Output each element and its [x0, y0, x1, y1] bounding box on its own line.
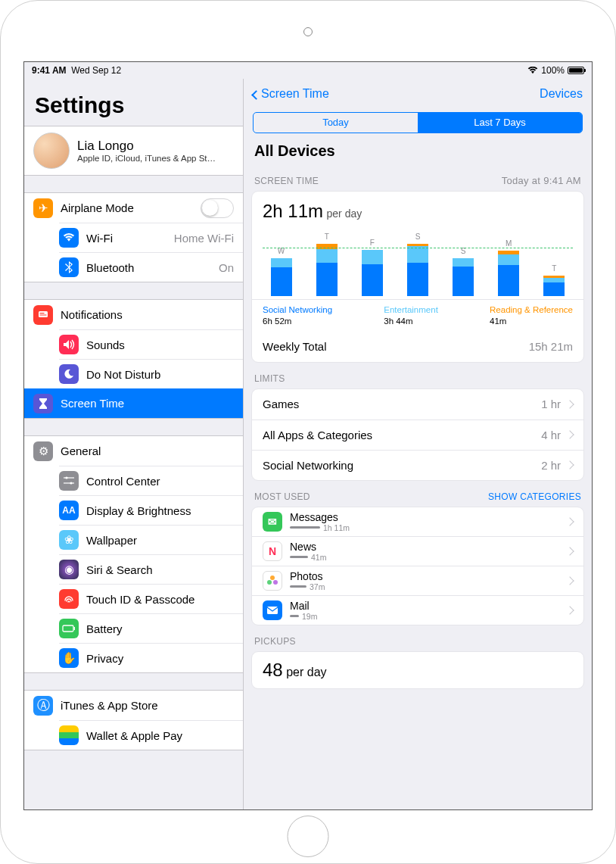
status-date: Wed Sep 12	[71, 65, 121, 76]
sidebar-item-battery[interactable]: Battery	[59, 613, 243, 643]
show-categories-button[interactable]: SHOW CATEGORIES	[488, 491, 581, 502]
tab-today[interactable]: Today	[254, 113, 418, 133]
chevron-right-icon	[565, 400, 574, 408]
limit-all-apps[interactable]: All Apps & Categories4 hr	[252, 420, 583, 450]
sidebar-item-privacy[interactable]: ✋ Privacy	[59, 643, 243, 672]
bluetooth-icon	[59, 257, 79, 277]
profile-row[interactable]: Lia Longo Apple ID, iCloud, iTunes & App…	[24, 126, 243, 176]
pickups-value: 48	[263, 660, 283, 680]
screen-time-label: SCREEN TIME	[254, 176, 319, 186]
svg-rect-7	[63, 625, 73, 632]
display-icon: AA	[59, 501, 79, 520]
svg-rect-1	[40, 313, 45, 313]
sidebar-item-wifi[interactable]: Wi-Fi Home Wi-Fi	[59, 223, 243, 252]
wifi-icon	[527, 67, 538, 74]
hand-icon: ✋	[59, 648, 79, 668]
wallet-icon	[59, 725, 79, 745]
most-used-news[interactable]: N News41m	[252, 536, 583, 566]
profile-name: Lia Longo	[77, 139, 216, 154]
chevron-right-icon	[565, 576, 574, 585]
settings-sidebar[interactable]: Settings Lia Longo Apple ID, iCloud, iTu…	[24, 79, 244, 809]
sidebar-item-sounds[interactable]: Sounds	[59, 329, 243, 359]
profile-sub: Apple ID, iCloud, iTunes & App St…	[77, 154, 216, 163]
status-bar: 9:41 AM Wed Sep 12 100%	[24, 62, 592, 79]
pickups-unit: per day	[286, 666, 326, 678]
siri-icon: ◉	[59, 560, 79, 579]
sidebar-item-touchid[interactable]: Touch ID & Passcode	[59, 584, 243, 613]
page-title: All Devices	[244, 139, 592, 164]
messages-icon: ✉	[263, 512, 282, 532]
sidebar-item-wallet[interactable]: Wallet & Apple Pay	[59, 720, 243, 750]
tab-last7days[interactable]: Last 7 Days	[418, 113, 582, 133]
svg-rect-4	[64, 477, 74, 478]
sidebar-item-notifications[interactable]: Notifications	[24, 300, 243, 329]
sidebar-item-display[interactable]: AA Display & Brightness	[59, 495, 243, 525]
most-used-messages[interactable]: ✉ Messages1h 11m	[252, 507, 583, 536]
chevron-right-icon	[565, 461, 574, 469]
news-icon: N	[263, 541, 282, 561]
chevron-right-icon	[565, 606, 574, 614]
flower-icon: ❀	[59, 530, 79, 550]
chevron-right-icon	[565, 431, 574, 439]
chevron-right-icon	[565, 517, 574, 526]
notifications-icon	[33, 305, 53, 325]
hourglass-icon	[33, 394, 53, 413]
screen-time-card: 2h 11m per day WTFSSMT Social Networking…	[251, 191, 584, 363]
svg-rect-6	[64, 482, 74, 483]
svg-rect-0	[39, 311, 48, 317]
battery-settings-icon	[59, 619, 79, 638]
most-used-mail[interactable]: Mail19m	[252, 595, 583, 625]
svg-rect-8	[74, 627, 76, 630]
pickups-label: PICKUPS	[254, 636, 296, 647]
most-used-label: MOST USED	[254, 491, 310, 502]
sidebar-item-dnd[interactable]: Do Not Disturb	[59, 359, 243, 388]
sidebar-item-itunes[interactable]: Ⓐ iTunes & App Store	[24, 691, 243, 720]
airplane-icon: ✈	[33, 198, 53, 218]
sliders-icon	[59, 471, 79, 491]
limit-social[interactable]: Social Networking2 hr	[252, 450, 583, 480]
settings-title: Settings	[24, 79, 243, 126]
battery-icon	[568, 67, 584, 74]
avg-unit: per day	[327, 207, 362, 220]
timestamp: Today at 9:41 AM	[502, 175, 581, 186]
avatar	[33, 133, 70, 169]
photos-icon	[263, 571, 282, 591]
home-button[interactable]	[288, 816, 329, 857]
sidebar-item-siri[interactable]: ◉ Siri & Search	[59, 554, 243, 584]
sidebar-item-airplane[interactable]: ✈ Airplane Mode	[24, 193, 243, 223]
detail-pane[interactable]: Screen Time Devices Today Last 7 Days Al…	[244, 79, 592, 809]
svg-point-9	[270, 575, 275, 580]
weekly-total-label: Weekly Total	[263, 340, 529, 353]
screen-time-chart: WTFSSMT	[263, 228, 573, 296]
average-line	[263, 248, 573, 248]
devices-button[interactable]: Devices	[540, 87, 583, 101]
sidebar-item-general[interactable]: ⚙ General	[24, 436, 243, 466]
svg-point-10	[267, 580, 272, 585]
segmented-control[interactable]: Today Last 7 Days	[253, 112, 583, 133]
sidebar-item-wallpaper[interactable]: ❀ Wallpaper	[59, 525, 243, 554]
chevron-left-icon	[251, 90, 261, 100]
sidebar-item-screentime[interactable]: Screen Time	[24, 388, 243, 418]
limit-games[interactable]: Games1 hr	[252, 389, 583, 420]
svg-point-11	[273, 580, 278, 585]
most-used-photos[interactable]: Photos37m	[252, 566, 583, 595]
chevron-right-icon	[565, 547, 574, 555]
fingerprint-icon	[59, 589, 79, 609]
status-battery-pct: 100%	[541, 65, 565, 76]
svg-rect-12	[267, 607, 278, 614]
back-button[interactable]: Screen Time	[253, 87, 329, 101]
sidebar-item-control-center[interactable]: Control Center	[59, 466, 243, 495]
airplane-toggle[interactable]	[201, 198, 234, 218]
sounds-icon	[59, 335, 79, 354]
svg-rect-2	[40, 314, 47, 315]
limits-label: LIMITS	[254, 373, 285, 384]
gear-icon: ⚙	[33, 441, 53, 461]
moon-icon	[59, 364, 79, 384]
sidebar-item-bluetooth[interactable]: Bluetooth On	[59, 252, 243, 282]
wifi-settings-icon	[59, 228, 79, 248]
mail-icon	[263, 600, 282, 620]
avg-value: 2h 11m	[263, 201, 323, 221]
status-time: 9:41 AM	[32, 65, 67, 76]
appstore-icon: Ⓐ	[33, 696, 53, 716]
weekly-total-value: 15h 21m	[529, 340, 573, 353]
